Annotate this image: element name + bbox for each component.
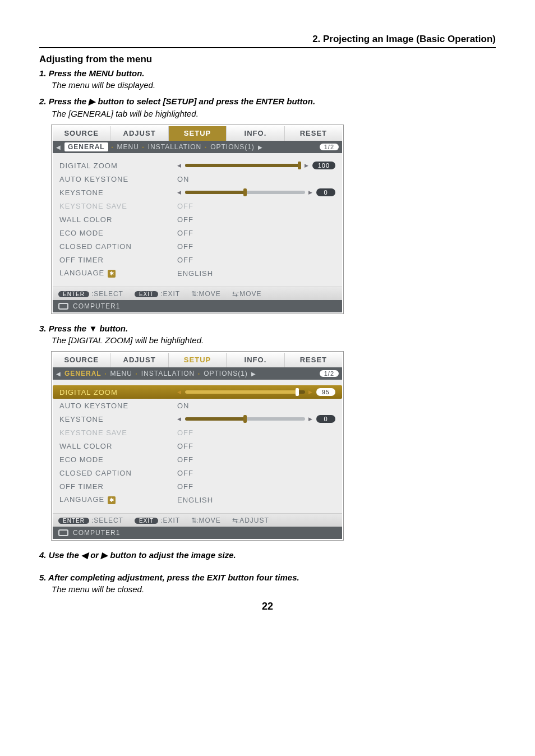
osd-topbar: SOURCE ADJUST SETUP INFO. RESET	[53, 353, 342, 367]
row-language: LANGUAGE✱ ENGLISH	[59, 266, 335, 280]
row-wall-color: WALL COLOR OFF	[59, 213, 335, 226]
osd-footer-source: COMPUTER1	[53, 300, 342, 312]
row-auto-keystone: AUTO KEYSTONE ON	[59, 399, 335, 412]
step-5-title: 5. After completing adjustment, press th…	[39, 573, 496, 582]
chevron-left-icon: ◀	[56, 371, 61, 377]
tab-info: INFO.	[227, 353, 284, 367]
move-horizontal-hint: ⇆:MOVE	[232, 290, 262, 298]
exit-pill: EXIT	[135, 518, 158, 524]
chevron-right-icon: ▶	[308, 416, 313, 422]
row-closed-caption: CLOSED CAPTION OFF	[59, 239, 335, 253]
subtab-general: GENERAL	[64, 370, 102, 377]
tab-source: SOURCE	[53, 126, 110, 141]
tab-reset: RESET	[285, 126, 342, 141]
tab-adjust: ADJUST	[110, 353, 168, 367]
row-keystone-save: KEYSTONE SAVE OFF	[59, 199, 335, 213]
value-digital-zoom: 100	[312, 162, 335, 169]
move-vertical-hint: ⇅:MOVE	[191, 290, 221, 298]
step-1-note: The menu will be displayed.	[52, 80, 496, 90]
subtab-options: OPTIONS(1)	[210, 143, 255, 151]
step-2-note: The [GENERAL] tab will be highlighted.	[52, 109, 496, 118]
osd-topbar: SOURCE ADJUST SETUP INFO. RESET	[53, 126, 342, 141]
label-digital-zoom: DIGITAL ZOOM	[59, 162, 177, 170]
osd-screenshot-2: SOURCE ADJUST SETUP INFO. RESET ◀ GENERA…	[52, 352, 343, 540]
chevron-left-icon: ◀	[177, 389, 182, 395]
row-eco-mode: ECO MODE OFF	[59, 226, 335, 239]
page-number: 22	[39, 601, 496, 612]
step-1-title: 1. Press the MENU button.	[39, 68, 496, 78]
step-5-note: The menu will be closed.	[52, 584, 496, 594]
subtab-menu: MENU	[110, 370, 132, 377]
source-icon	[58, 303, 68, 310]
value-digital-zoom: 95	[316, 388, 335, 396]
language-icon: ✱	[108, 270, 116, 278]
chevron-right-icon: ▶	[251, 371, 256, 377]
chevron-right-icon: ▶	[305, 163, 309, 168]
osd-footer-hints: ENTER:SELECT EXIT:EXIT ⇅:MOVE ⇆:MOVE	[53, 287, 342, 300]
enter-pill: ENTER	[58, 518, 89, 524]
chevron-left-icon: ◀	[177, 416, 182, 422]
value-keystone: 0	[316, 188, 335, 196]
subtab-general: GENERAL	[64, 142, 108, 151]
tab-adjust: ADJUST	[110, 126, 168, 141]
row-keystone-save: KEYSTONE SAVE OFF	[59, 426, 335, 439]
bullet-icon: ▪	[105, 371, 107, 376]
subtab-installation: INSTALLATION	[148, 143, 202, 151]
tab-info: INFO.	[227, 126, 284, 141]
row-auto-keystone: AUTO KEYSTONE ON	[59, 172, 335, 186]
bullet-icon: ▪	[112, 145, 114, 150]
osd-screenshot-1: SOURCE ADJUST SETUP INFO. RESET ◀ GENERA…	[52, 125, 343, 314]
row-off-timer: OFF TIMER OFF	[59, 253, 335, 266]
bullet-icon: ▪	[136, 371, 138, 376]
chevron-left-icon: ◀	[177, 163, 182, 168]
tab-reset: RESET	[285, 353, 342, 367]
row-eco-mode: ECO MODE OFF	[59, 453, 335, 466]
slider-digital-zoom: ◀ ▶ 95	[177, 388, 335, 396]
row-digital-zoom-selected: DIGITAL ZOOM ◀ ▶ 95	[53, 385, 342, 399]
chevron-left-icon: ◀	[56, 144, 61, 150]
chevron-right-icon: ▶	[308, 389, 313, 395]
subtab-options: OPTIONS(1)	[204, 370, 248, 377]
chevron-left-icon: ◀	[177, 190, 182, 195]
bullet-icon: ▪	[142, 145, 145, 150]
value-auto-keystone: ON	[177, 175, 335, 183]
page-indicator: 1/2	[320, 370, 339, 377]
osd-body: DIGITAL ZOOM ◀ ▶ 100 AUTO KEYSTONE ON KE…	[53, 153, 342, 287]
slider-digital-zoom: ◀ ▶ 100	[177, 162, 335, 169]
osd-subbar: ◀ GENERAL ▪ MENU ▪ INSTALLATION ▪ OPTION…	[53, 367, 342, 380]
osd-subbar: ◀ GENERAL ▪ MENU ▪ INSTALLATION ▪ OPTION…	[53, 141, 342, 153]
osd-body: DIGITAL ZOOM ◀ ▶ 95 AUTO KEYSTONE ON KEY…	[53, 380, 342, 513]
row-language: LANGUAGE✱ ENGLISH	[59, 493, 335, 506]
tab-source: SOURCE	[53, 353, 110, 367]
chevron-right-icon: ▶	[258, 144, 263, 150]
row-digital-zoom: DIGITAL ZOOM ◀ ▶ 100	[59, 159, 335, 172]
section-header: 2. Projecting an Image (Basic Operation)	[39, 34, 496, 48]
source-icon	[58, 529, 68, 536]
subtab-menu: MENU	[117, 143, 139, 151]
chevron-right-icon: ▶	[308, 190, 313, 195]
step-2-title: 2. Press the ▶ button to select [SETUP] …	[39, 96, 496, 107]
move-vertical-hint: ⇅:MOVE	[191, 517, 221, 524]
tab-setup: SETUP	[169, 353, 227, 367]
step-3-note: The [DIGITAL ZOOM] will be highlighted.	[52, 335, 496, 345]
step-3-title: 3. Press the ▼ button.	[39, 324, 496, 333]
exit-pill: EXIT	[135, 291, 158, 297]
osd-footer-hints: ENTER:SELECT EXIT:EXIT ⇅:MOVE ⇆:ADJUST	[53, 513, 342, 527]
step-4-title: 4. Use the ◀ or ▶ button to adjust the i…	[39, 550, 496, 560]
page-indicator: 1/2	[320, 144, 339, 150]
slider-keystone: ◀ ▶ 0	[177, 415, 335, 423]
bullet-icon: ▪	[198, 371, 200, 376]
page-heading: Adjusting from the menu	[39, 54, 496, 65]
row-wall-color: WALL COLOR OFF	[59, 439, 335, 453]
row-keystone: KEYSTONE ◀ ▶ 0	[59, 412, 335, 426]
osd-footer-source: COMPUTER1	[53, 527, 342, 539]
row-closed-caption: CLOSED CAPTION OFF	[59, 466, 335, 480]
row-keystone: KEYSTONE ◀ ▶ 0	[59, 186, 335, 199]
adjust-hint: ⇆:ADJUST	[232, 517, 269, 524]
row-off-timer: OFF TIMER OFF	[59, 480, 335, 493]
language-icon: ✱	[108, 496, 116, 504]
slider-keystone: ◀ ▶ 0	[177, 188, 335, 196]
bullet-icon: ▪	[205, 145, 207, 150]
tab-setup: SETUP	[169, 126, 227, 141]
subtab-installation: INSTALLATION	[141, 370, 195, 377]
